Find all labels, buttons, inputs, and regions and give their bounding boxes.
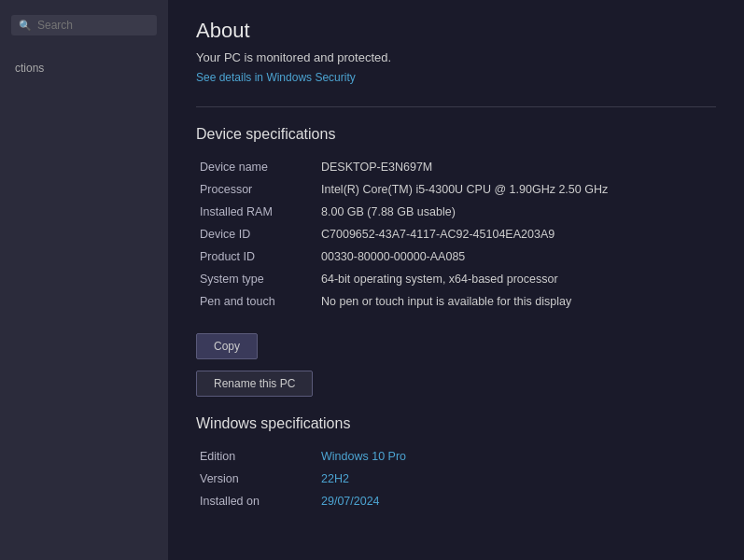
search-icon: 🔍	[19, 20, 32, 32]
table-row: Product ID00330-80000-00000-AA085	[196, 245, 716, 268]
spec-value: C7009652-43A7-4117-AC92-45104EA203A9	[317, 223, 716, 245]
device-specs-title: Device specifications	[196, 126, 716, 143]
protected-status-text: Your PC is monitored and protected.	[196, 50, 716, 64]
table-row: ProcessorIntel(R) Core(TM) i5-4300U CPU …	[196, 178, 716, 201]
spec-value: 22H2	[317, 468, 716, 490]
table-row: Version22H2	[196, 468, 716, 490]
page-title: About	[196, 19, 716, 43]
spec-label: Installed RAM	[196, 201, 317, 223]
spec-label: Product ID	[196, 245, 317, 268]
spec-value: Windows 10 Pro	[317, 445, 716, 468]
spec-label: Device ID	[196, 223, 317, 245]
table-row: Installed RAM8.00 GB (7.88 GB usable)	[196, 201, 716, 223]
spec-label: Installed on	[196, 490, 317, 512]
spec-value: No pen or touch input is available for t…	[317, 290, 716, 313]
copy-button[interactable]: Copy	[196, 333, 258, 359]
sidebar-item-ctions: ctions	[0, 43, 168, 82]
spec-value: 29/07/2024	[317, 490, 716, 512]
device-specs-table: Device nameDESKTOP-E3N697MProcessorIntel…	[196, 156, 716, 313]
windows-specs-title: Windows specifications	[196, 415, 716, 432]
spec-label: System type	[196, 268, 317, 290]
search-input[interactable]	[37, 19, 149, 32]
spec-label: Version	[196, 468, 317, 490]
table-row: Pen and touchNo pen or touch input is av…	[196, 290, 716, 313]
windows-security-link[interactable]: See details in Windows Security	[196, 71, 356, 84]
table-row: Device nameDESKTOP-E3N697M	[196, 156, 716, 178]
spec-value: 64-bit operating system, x64-based proce…	[317, 268, 716, 290]
spec-value: 00330-80000-00000-AA085	[317, 245, 716, 268]
windows-specs-table: EditionWindows 10 ProVersion22H2Installe…	[196, 445, 716, 512]
table-row: Device IDC7009652-43A7-4117-AC92-45104EA…	[196, 223, 716, 245]
spec-value: Intel(R) Core(TM) i5-4300U CPU @ 1.90GHz…	[317, 178, 716, 201]
spec-label: Pen and touch	[196, 290, 317, 313]
sidebar: 🔍 ctions	[0, 0, 168, 560]
table-row: EditionWindows 10 Pro	[196, 445, 716, 468]
rename-pc-button[interactable]: Rename this PC	[196, 371, 313, 397]
search-bar[interactable]: 🔍	[11, 15, 157, 35]
windows-specs-section: Windows specifications EditionWindows 10…	[196, 415, 716, 512]
spec-label: Device name	[196, 156, 317, 178]
table-row: System type64-bit operating system, x64-…	[196, 268, 716, 290]
section-divider-1	[196, 106, 716, 107]
spec-value: 8.00 GB (7.88 GB usable)	[317, 201, 716, 223]
table-row: Installed on29/07/2024	[196, 490, 716, 512]
main-content: About Your PC is monitored and protected…	[168, 0, 744, 560]
spec-label: Processor	[196, 178, 317, 201]
spec-label: Edition	[196, 445, 317, 468]
spec-value: DESKTOP-E3N697M	[317, 156, 716, 178]
